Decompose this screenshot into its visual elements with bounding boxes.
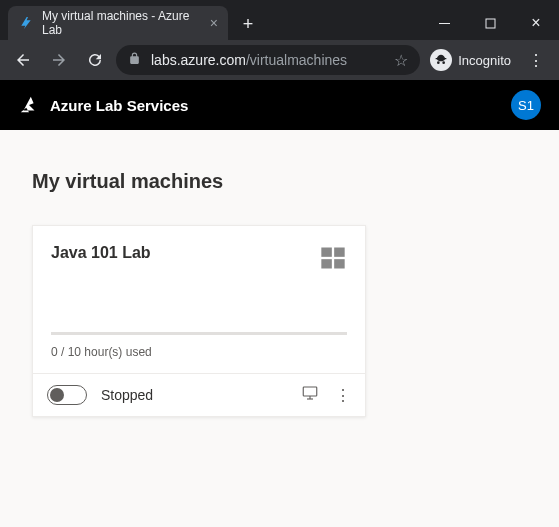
back-button[interactable] (8, 45, 38, 75)
svg-rect-3 (334, 248, 345, 257)
monitor-icon (301, 384, 319, 406)
url-path: /virtualmachines (246, 52, 347, 68)
incognito-icon (430, 49, 452, 71)
windows-icon (319, 244, 347, 276)
lock-icon (128, 52, 141, 68)
tab-title: My virtual machines - Azure Lab (42, 9, 202, 37)
minimize-button[interactable] (421, 6, 467, 40)
more-vertical-icon: ⋮ (335, 386, 351, 405)
azure-logo-icon (18, 94, 40, 116)
usage-progress (51, 332, 347, 335)
avatar-initials: S1 (518, 98, 534, 113)
vm-status: Stopped (101, 387, 153, 403)
browser-menu-button[interactable]: ⋮ (521, 45, 551, 75)
usage-text: 0 / 10 hour(s) used (51, 345, 347, 359)
power-toggle[interactable] (47, 385, 87, 405)
reload-button[interactable] (80, 45, 110, 75)
brand-label: Azure Lab Services (50, 97, 188, 114)
vm-card: Java 101 Lab 0 / 10 hour(s) used Stopped (32, 225, 366, 417)
page-title: My virtual machines (32, 170, 527, 193)
svg-rect-1 (486, 19, 495, 28)
svg-rect-5 (334, 259, 345, 268)
vm-card-top: Java 101 Lab (51, 244, 347, 328)
svg-rect-0 (439, 23, 450, 24)
bookmark-icon[interactable]: ☆ (394, 51, 408, 70)
svg-rect-2 (321, 248, 332, 257)
url-host: labs.azure.com (151, 52, 246, 68)
forward-button[interactable] (44, 45, 74, 75)
browser-titlebar: My virtual machines - Azure Lab × + × (0, 0, 559, 40)
azure-favicon (18, 15, 34, 31)
svg-rect-6 (303, 387, 317, 396)
url-text: labs.azure.com/virtualmachines (151, 52, 347, 68)
more-actions-button[interactable]: ⋮ (335, 384, 351, 406)
vm-name: Java 101 Lab (51, 244, 151, 262)
svg-rect-4 (321, 259, 332, 268)
maximize-button[interactable] (467, 6, 513, 40)
toggle-knob (50, 388, 64, 402)
connect-button[interactable] (301, 384, 319, 406)
tab-strip: My virtual machines - Azure Lab × + (0, 0, 262, 40)
browser-toolbar: labs.azure.com/virtualmachines ☆ Incogni… (0, 40, 559, 80)
app-header: Azure Lab Services S1 (0, 80, 559, 130)
incognito-badge: Incognito (426, 49, 515, 71)
browser-tab[interactable]: My virtual machines - Azure Lab × (8, 6, 228, 40)
avatar[interactable]: S1 (511, 90, 541, 120)
vm-actions: ⋮ (301, 384, 351, 406)
close-icon[interactable]: × (210, 15, 218, 31)
page-content: My virtual machines Java 101 Lab 0 / 10 … (0, 130, 559, 527)
close-window-button[interactable]: × (513, 6, 559, 40)
new-tab-button[interactable]: + (234, 10, 262, 38)
incognito-label: Incognito (458, 53, 511, 68)
vm-card-body: Java 101 Lab 0 / 10 hour(s) used (33, 226, 365, 373)
address-bar[interactable]: labs.azure.com/virtualmachines ☆ (116, 45, 420, 75)
window-controls: × (421, 6, 559, 40)
vm-card-footer: Stopped ⋮ (33, 373, 365, 416)
brand[interactable]: Azure Lab Services (18, 94, 188, 116)
